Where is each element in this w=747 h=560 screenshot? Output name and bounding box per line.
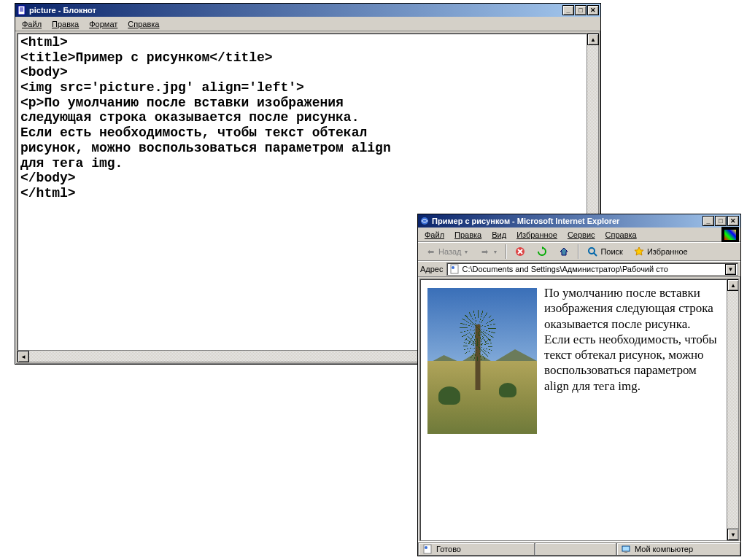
computer-icon: [620, 543, 632, 555]
menu-help[interactable]: Справка: [123, 18, 164, 30]
close-button[interactable]: ✕: [727, 216, 739, 226]
svg-rect-0: [18, 6, 25, 15]
svg-rect-13: [451, 265, 458, 273]
svg-point-10: [589, 248, 595, 254]
svg-rect-17: [622, 546, 630, 551]
refresh-icon: [536, 246, 548, 257]
page-image: [427, 288, 537, 434]
svg-point-14: [452, 266, 454, 269]
ie-address-bar: Адрес C:\Documents and Settings\Админист…: [418, 261, 740, 277]
chevron-down-icon: ▼: [464, 249, 469, 254]
scroll-left-button[interactable]: ◄: [18, 351, 29, 362]
svg-point-16: [425, 546, 427, 549]
ie-client-area: По умолчанию после вставки изображения с…: [419, 279, 739, 541]
favorites-button[interactable]: Избранное: [629, 244, 692, 260]
forward-arrow-icon: ➡: [479, 246, 490, 257]
favorites-icon: [633, 246, 645, 257]
ie-menubar: Файл Правка Вид Избранное Сервис Справка: [418, 228, 740, 242]
address-dropdown-button[interactable]: ▼: [725, 264, 736, 275]
ie-throbber-icon: [721, 227, 739, 243]
status-spacer: [535, 542, 616, 556]
home-button[interactable]: [554, 244, 574, 260]
ie-page-icon: [449, 263, 460, 275]
notepad-titlebar[interactable]: picture - Блокнот _ □ ✕: [15, 4, 600, 17]
menu-edit[interactable]: Правка: [449, 229, 487, 241]
svg-rect-15: [424, 545, 431, 553]
notepad-menubar: Файл Правка Формат Справка: [15, 17, 600, 31]
menu-format[interactable]: Формат: [84, 18, 123, 30]
address-value: C:\Documents and Settings\Администратор\…: [462, 265, 668, 273]
search-icon: [587, 246, 598, 257]
notepad-icon: [17, 5, 27, 15]
scrollbar-vertical[interactable]: ▲ ▼: [727, 279, 738, 540]
close-button[interactable]: ✕: [587, 5, 599, 15]
search-button[interactable]: Поиск: [582, 244, 627, 260]
svg-rect-18: [624, 551, 627, 553]
menu-file[interactable]: Файл: [419, 229, 449, 241]
status-zone-panel: Мой компьютер: [616, 542, 740, 556]
menu-file[interactable]: Файл: [17, 18, 47, 30]
notepad-title: picture - Блокнот: [29, 6, 562, 15]
menu-tools[interactable]: Сервис: [562, 229, 600, 241]
ie-window: Пример с рисунком - Microsoft Internet E…: [417, 214, 741, 556]
status-ready-text: Готово: [436, 545, 461, 553]
maximize-button[interactable]: □: [575, 5, 587, 15]
minimize-button[interactable]: _: [562, 5, 574, 15]
minimize-button[interactable]: _: [703, 216, 714, 226]
svg-marker-9: [560, 248, 568, 255]
back-arrow-icon: ⬅: [425, 246, 436, 257]
back-button[interactable]: ⬅ Назад ▼: [420, 244, 473, 260]
svg-line-11: [594, 253, 597, 256]
address-label: Адрес: [420, 265, 444, 273]
menu-help[interactable]: Справка: [600, 229, 642, 241]
scroll-up-button[interactable]: ▲: [587, 34, 599, 45]
refresh-button[interactable]: [532, 244, 552, 260]
menu-favorites[interactable]: Избранное: [511, 229, 562, 241]
menu-edit[interactable]: Правка: [47, 18, 84, 30]
maximize-button[interactable]: □: [715, 216, 727, 226]
ie-status-bar: Готово Мой компьютер: [418, 541, 740, 556]
ie-page-content: По умолчанию после вставки изображения с…: [420, 279, 727, 540]
chevron-down-icon: ▼: [492, 249, 498, 254]
address-input[interactable]: C:\Documents and Settings\Администратор\…: [446, 262, 739, 276]
ie-icon: [419, 216, 430, 226]
scroll-down-button[interactable]: ▼: [727, 529, 739, 540]
ie-titlebar[interactable]: Пример с рисунком - Microsoft Internet E…: [418, 214, 740, 228]
scroll-up-button[interactable]: ▲: [727, 279, 739, 291]
stop-button[interactable]: [510, 244, 530, 260]
ie-toolbar: ⬅ Назад ▼ ➡ ▼ Поиск Избранное: [418, 242, 740, 261]
forward-button[interactable]: ➡ ▼: [474, 244, 502, 260]
status-ready-panel: Готово: [418, 542, 535, 556]
status-zone-text: Мой компьютер: [635, 545, 693, 553]
svg-marker-12: [635, 247, 643, 255]
home-icon: [558, 246, 570, 257]
ie-page-icon: [422, 543, 433, 555]
stop-icon: [514, 246, 526, 257]
menu-view[interactable]: Вид: [487, 229, 511, 241]
ie-title: Пример с рисунком - Microsoft Internet E…: [432, 217, 703, 225]
